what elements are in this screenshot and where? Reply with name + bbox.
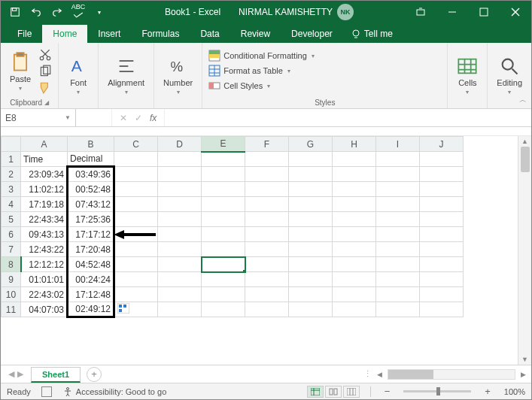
cell[interactable] xyxy=(158,272,202,287)
cell[interactable] xyxy=(333,272,376,287)
col-header-G[interactable]: G xyxy=(289,137,333,152)
cell[interactable]: 22:43:34 xyxy=(21,212,68,227)
col-header-F[interactable]: F xyxy=(245,137,289,152)
ribbon-display-options-icon[interactable] xyxy=(405,1,436,23)
cell[interactable] xyxy=(376,212,420,227)
cell[interactable]: 01:01:01 xyxy=(21,272,68,287)
alignment-button[interactable]: Alignment ▾ xyxy=(105,54,147,97)
cell[interactable]: 17:17:12 xyxy=(68,227,114,242)
cell[interactable] xyxy=(376,197,420,212)
cell[interactable] xyxy=(333,152,376,167)
cell[interactable] xyxy=(333,197,376,212)
select-all-triangle[interactable] xyxy=(2,137,21,152)
save-icon[interactable] xyxy=(7,4,23,20)
row-header[interactable]: 8 xyxy=(2,257,21,272)
cell[interactable] xyxy=(202,242,245,257)
cell[interactable] xyxy=(289,302,333,317)
cell[interactable] xyxy=(158,212,202,227)
row-header[interactable]: 9 xyxy=(2,272,21,287)
enter-formula-icon[interactable]: ✓ xyxy=(135,113,142,123)
qat-dropdown-icon[interactable]: ▾ xyxy=(91,4,108,20)
page-layout-view-icon[interactable] xyxy=(325,386,342,398)
cell[interactable] xyxy=(202,182,245,197)
cell[interactable] xyxy=(245,242,289,257)
collapse-ribbon-icon[interactable]: ︿ xyxy=(519,95,527,105)
cell[interactable]: Time xyxy=(21,152,68,167)
row-header[interactable]: 1 xyxy=(2,152,21,167)
accessibility-status[interactable]: Accessibility: Good to go xyxy=(62,386,166,397)
cell[interactable] xyxy=(158,257,202,272)
cell[interactable]: 09:43:13 xyxy=(21,227,68,242)
redo-icon[interactable] xyxy=(49,4,65,20)
cell[interactable] xyxy=(158,182,202,197)
cell[interactable]: 17:19:18 xyxy=(21,197,68,212)
new-sheet-button[interactable]: + xyxy=(87,367,102,382)
format-painter-icon[interactable] xyxy=(38,81,52,95)
editing-button[interactable]: Editing ▾ xyxy=(494,54,525,97)
zoom-out-icon[interactable]: − xyxy=(382,386,394,397)
cell[interactable] xyxy=(420,212,464,227)
cell[interactable] xyxy=(114,182,158,197)
cell[interactable] xyxy=(420,227,464,242)
macro-record-icon[interactable] xyxy=(41,386,52,397)
horizontal-scrollbar[interactable]: ⋮ ◀ ▶ xyxy=(102,369,531,380)
cell[interactable] xyxy=(158,302,202,317)
formula-input[interactable] xyxy=(165,109,531,126)
col-header-E[interactable]: E xyxy=(202,137,245,152)
page-break-view-icon[interactable] xyxy=(343,386,360,398)
cell[interactable] xyxy=(420,302,464,317)
cell[interactable] xyxy=(289,152,333,167)
cell[interactable] xyxy=(376,167,420,182)
cell[interactable] xyxy=(333,167,376,182)
number-button[interactable]: % Number ▾ xyxy=(160,54,196,97)
cell[interactable] xyxy=(114,212,158,227)
cell[interactable] xyxy=(420,167,464,182)
paste-button[interactable]: Paste ▾ xyxy=(7,50,34,93)
cell[interactable] xyxy=(289,212,333,227)
copy-icon[interactable] xyxy=(38,65,52,78)
cell[interactable] xyxy=(245,302,289,317)
cell[interactable]: 03:49:36 xyxy=(68,167,114,182)
close-icon[interactable] xyxy=(500,1,531,23)
maximize-icon[interactable] xyxy=(468,1,500,23)
tell-me[interactable]: Tell me xyxy=(343,25,400,43)
cell[interactable]: 22:43:02 xyxy=(21,287,68,302)
cell[interactable] xyxy=(289,227,333,242)
cell[interactable] xyxy=(245,167,289,182)
cell[interactable] xyxy=(114,197,158,212)
cell[interactable] xyxy=(289,167,333,182)
conditional-formatting-button[interactable]: Conditional Formatting▾ xyxy=(208,49,315,62)
undo-icon[interactable] xyxy=(28,4,44,20)
cell[interactable] xyxy=(202,167,245,182)
cell[interactable] xyxy=(420,272,464,287)
row-header[interactable]: 2 xyxy=(2,167,21,182)
cell[interactable] xyxy=(289,287,333,302)
cell[interactable] xyxy=(245,212,289,227)
scrollbar-thumb[interactable] xyxy=(521,147,530,172)
row-header[interactable]: 11 xyxy=(2,302,21,317)
cell[interactable] xyxy=(289,197,333,212)
row-header[interactable]: 3 xyxy=(2,182,21,197)
spreadsheet-grid[interactable]: A B C D E F G H I J 1 Time xyxy=(1,136,531,365)
insert-function-icon[interactable]: fx xyxy=(150,113,157,123)
cells-button[interactable]: Cells ▾ xyxy=(454,54,481,97)
cell[interactable] xyxy=(158,167,202,182)
cell[interactable] xyxy=(376,302,420,317)
cell[interactable]: 00:24:24 xyxy=(68,272,114,287)
cell[interactable]: 17:25:36 xyxy=(68,212,114,227)
tab-data[interactable]: Data xyxy=(190,25,230,43)
cell[interactable]: Decimal xyxy=(68,152,114,167)
sheet-tab[interactable]: Sheet1 xyxy=(31,367,81,383)
cell[interactable] xyxy=(158,227,202,242)
tab-nav-next-icon[interactable]: ▶ xyxy=(17,369,23,379)
cell[interactable] xyxy=(289,242,333,257)
normal-view-icon[interactable] xyxy=(307,386,324,398)
spellcheck-icon[interactable]: ABC xyxy=(70,4,87,20)
cell[interactable] xyxy=(158,242,202,257)
cell[interactable] xyxy=(202,272,245,287)
cell[interactable] xyxy=(333,257,376,272)
row-header[interactable]: 6 xyxy=(2,227,21,242)
cell[interactable] xyxy=(333,212,376,227)
cell[interactable] xyxy=(245,197,289,212)
cell[interactable] xyxy=(333,242,376,257)
